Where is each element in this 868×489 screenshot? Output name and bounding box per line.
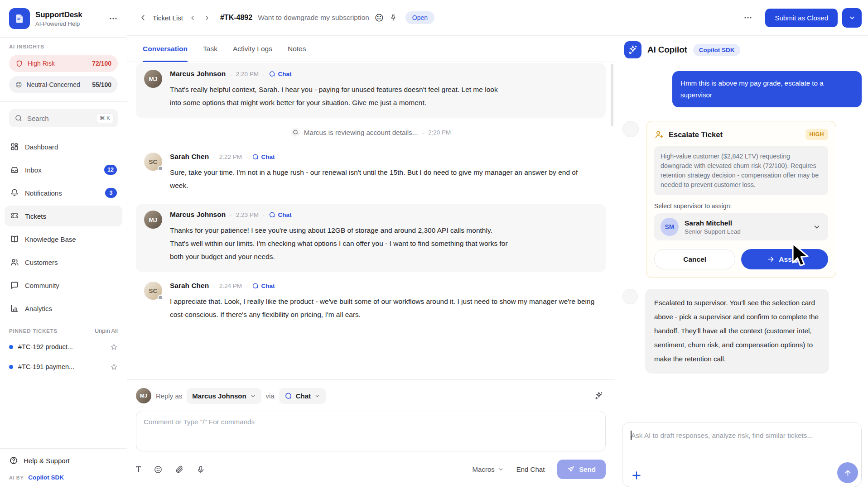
- pinned-ticket-label: #TC-192 product...: [18, 343, 73, 350]
- add-attachment-icon[interactable]: [631, 470, 642, 481]
- message-author: Sarah Chen: [170, 282, 209, 290]
- send-button[interactable]: Send: [557, 460, 606, 479]
- priority-badge: HIGH: [805, 129, 828, 140]
- sidebar-menu-icon[interactable]: [109, 14, 118, 23]
- ticket-id: #TK-4892: [220, 14, 252, 22]
- sidebar-item-customers[interactable]: Customers: [5, 252, 122, 273]
- escalation-description: High-value customer ($2,842 LTV) request…: [654, 146, 828, 195]
- users-icon: [10, 258, 19, 267]
- status-badge[interactable]: Open: [405, 11, 434, 24]
- star-icon[interactable]: [110, 343, 118, 351]
- pinned-ticket-tc-192[interactable]: #TC-192 product...: [9, 337, 118, 357]
- assign-button[interactable]: Assign: [741, 249, 828, 269]
- notifications-count-badge: 3: [105, 188, 117, 198]
- sidebar-item-notifications[interactable]: Notifications 3: [5, 182, 122, 203]
- message-text: That's really helpful context, Sarah. I …: [170, 83, 509, 109]
- message-list[interactable]: MJ Marcus Johnson 2:20 PM Chat That's re…: [127, 62, 615, 379]
- status-time: 2:20 PM: [428, 129, 451, 136]
- supervisor-role: Senior Support Lead: [685, 228, 741, 235]
- reply-as-select[interactable]: Marcus Johnson: [187, 388, 261, 404]
- tab-task[interactable]: Task: [203, 36, 217, 62]
- message-time: 2:20 PM: [236, 71, 259, 77]
- prev-ticket-icon[interactable]: [189, 14, 196, 21]
- copilot-header: AI Copilot Copilot SDK: [615, 36, 868, 64]
- ticket-sentiment-emoji: 😐: [375, 13, 384, 23]
- sidebar-item-analytics[interactable]: Analytics: [5, 298, 122, 319]
- sidebar-item-label: Customers: [25, 259, 58, 266]
- ai-avatar: [622, 121, 639, 137]
- copilot-title: AI Copilot: [647, 45, 687, 55]
- dashboard-icon: [10, 142, 19, 151]
- ticket-tabs: Conversation Task Activity Logs Notes: [127, 36, 615, 62]
- text-caret: [631, 431, 632, 440]
- sidebar-item-knowledge-base[interactable]: Knowledge Base: [5, 229, 122, 249]
- channel-chip[interactable]: Chat: [252, 283, 275, 289]
- tab-conversation[interactable]: Conversation: [143, 36, 188, 62]
- search-input[interactable]: Search ⌘ K: [9, 109, 118, 127]
- text-format-icon[interactable]: T: [136, 465, 141, 475]
- question-circle-icon: [9, 456, 18, 465]
- end-chat-button[interactable]: End Chat: [516, 465, 545, 473]
- back-icon[interactable]: [139, 14, 147, 22]
- sidebar-item-label: Analytics: [25, 305, 52, 312]
- attachment-icon[interactable]: [175, 465, 184, 474]
- sidebar-nav: Dashboard Inbox 12 Notifications 3 Ticke…: [0, 131, 127, 321]
- ask-ai-input[interactable]: [622, 422, 861, 487]
- message-time: 2:23 PM: [236, 211, 259, 218]
- avatar: MJ: [144, 211, 162, 229]
- cancel-button[interactable]: Cancel: [654, 249, 735, 269]
- escalate-ticket-card: Escalate Ticket HIGH High-value customer…: [646, 121, 836, 278]
- ai-insights-label: AI INSIGHTS: [9, 44, 118, 49]
- channel-chip[interactable]: Chat: [252, 153, 275, 160]
- next-ticket-icon[interactable]: [203, 14, 210, 21]
- channel-chip[interactable]: Chat: [269, 71, 291, 77]
- unpin-all-button[interactable]: Unpin All: [95, 327, 118, 334]
- ticket-icon: [10, 211, 19, 221]
- emoji-icon[interactable]: [154, 465, 163, 474]
- more-options-icon[interactable]: [739, 10, 757, 25]
- macros-dropdown[interactable]: Macros: [473, 465, 504, 473]
- sidebar-item-tickets[interactable]: Tickets: [5, 206, 122, 226]
- copilot-chat[interactable]: Hmm this is above my pay grade, escalate…: [615, 64, 868, 422]
- channel-chip[interactable]: Chat: [269, 211, 291, 218]
- pinned-ticket-label: #TC-191 paymen...: [18, 363, 74, 370]
- sentiment-label: Neutral-Concerned: [27, 81, 80, 88]
- microphone-icon[interactable]: [196, 465, 205, 474]
- copilot-sdk-link[interactable]: Copilot SDK: [28, 474, 64, 481]
- scrollbar-thumb[interactable]: [611, 64, 613, 126]
- comment-input[interactable]: [136, 411, 606, 451]
- pinned-tickets-label: PINNED TICKETS: [9, 328, 58, 334]
- ticket-dot: [9, 345, 13, 349]
- sidebar-item-label: Notifications: [25, 189, 62, 197]
- sidebar-item-label: Tickets: [25, 212, 46, 220]
- via-label: via: [266, 392, 275, 400]
- sidebar-item-community[interactable]: Community: [5, 275, 122, 296]
- user-message-bubble: Hmm this is above my pay grade, escalate…: [672, 71, 862, 107]
- sidebar-item-inbox[interactable]: Inbox 12: [5, 159, 122, 180]
- book-icon: [10, 235, 19, 244]
- breadcrumb-ticket-list[interactable]: Ticket List: [153, 14, 183, 22]
- chat-bubble-icon: [291, 128, 300, 137]
- ticket-dot: [9, 365, 13, 369]
- pinned-ticket-tc-191[interactable]: #TC-191 paymen...: [9, 357, 118, 377]
- high-risk-score: 72/100: [92, 60, 111, 67]
- conversation-panel: Conversation Task Activity Logs Notes MJ…: [127, 36, 615, 489]
- tab-activity-logs[interactable]: Activity Logs: [233, 36, 272, 62]
- sidebar-item-dashboard[interactable]: Dashboard: [5, 136, 122, 157]
- presence-dot: [158, 295, 163, 300]
- ai-sparkle-icon[interactable]: [592, 389, 606, 403]
- submit-options-dropdown[interactable]: [842, 8, 862, 28]
- submit-as-closed-button[interactable]: Submit as Closed: [765, 9, 838, 27]
- message-customer: SC Sarah Chen 2:22 PM Chat Sure, take yo…: [136, 146, 606, 201]
- channel-select[interactable]: Chat: [279, 388, 326, 404]
- supervisor-select[interactable]: SM Sarah Mitchell Senior Support Lead: [654, 213, 828, 240]
- app-logo: [9, 8, 30, 29]
- tab-notes[interactable]: Notes: [288, 36, 306, 62]
- star-icon[interactable]: [110, 363, 118, 371]
- chevron-down-icon: [813, 223, 821, 231]
- pin-icon[interactable]: [389, 14, 397, 22]
- ask-ai-send-button[interactable]: [837, 462, 858, 483]
- high-risk-pill[interactable]: High Risk 72/100: [9, 55, 118, 72]
- help-support-item[interactable]: Help & Support: [9, 456, 118, 465]
- sentiment-pill[interactable]: 😐 Neutral-Concerned 55/100: [9, 76, 118, 93]
